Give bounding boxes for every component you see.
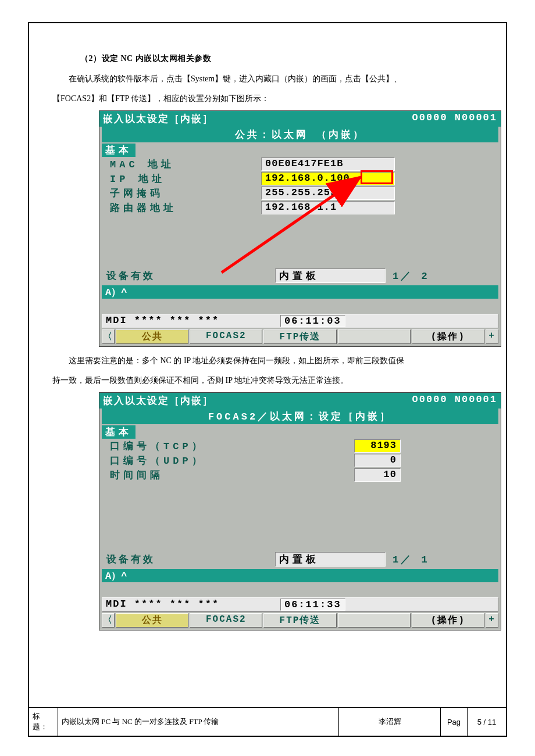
softkey-ftp[interactable]: FTP传送 [263,329,336,344]
interval-value: 10 [354,468,401,482]
tcp-value[interactable]: 8193 [354,439,401,453]
nc-screenshot-common: 嵌入以太设定［内嵌］ O0000 N00001 公共：以太网 （内嵌） 基本 M… [99,110,501,347]
tcp-label: 口编号（TCP） [110,439,354,453]
screen-title-bar: 嵌入以太设定［内嵌］ O0000 N00001 [99,111,501,127]
softkey-common[interactable]: 公共 [116,613,188,628]
udp-label: 口编号（UDP） [110,454,354,467]
screen-body: 基本 口编号（TCP） 8193 口编号（UDP） 0 时间间隔 10 设备有效… [99,424,501,569]
program-number: O0000 N00001 [412,394,497,407]
gap [102,583,498,596]
softkey-next[interactable]: + [486,613,498,628]
softkey-common[interactable]: 公共 [116,329,188,344]
input-line: A）^ [102,285,498,299]
softkey-prev[interactable]: 〈 [102,613,115,628]
mdi-mode: MDI **** *** *** [106,599,280,611]
softkey-operate[interactable]: (操作) [412,329,484,344]
softkey-row: 〈 公共 FOCAS2 FTP传送 (操作) + [102,329,498,344]
footer-title-label: 标题： [29,708,58,736]
router-value: 192.168.1.1 [261,201,395,214]
ip-label: IP 地址 [110,172,261,185]
softkey-next[interactable]: + [486,329,498,344]
router-label: 路由器地址 [110,201,261,214]
clock: 06:11:33 [280,599,345,611]
softkey-focas2[interactable]: FOCAS2 [190,329,262,344]
softkey-blank[interactable] [338,613,411,628]
softkey-focas2[interactable]: FOCAS2 [190,613,262,628]
paragraph: 持一致，最后一段数值则必须保证不相同，否则 IP 地址冲突将导致无法正常连接。 [52,372,483,389]
device-valid-value: 内置板 [275,268,386,283]
softkey-prev[interactable]: 〈 [102,329,115,344]
mdi-mode: MDI **** *** *** [106,315,280,327]
section-heading: （2）设定 NC 内嵌以太网相关参数 [80,53,483,64]
softkey-blank[interactable] [338,329,411,344]
udp-value: 0 [354,454,401,467]
program-number: O0000 N00001 [412,112,497,126]
device-valid-label: 设备有效 [106,269,275,282]
footer-page-number: 5 / 11 [468,708,506,736]
highlight-box [361,170,393,184]
clock: 06:11:03 [280,315,345,327]
subnet-label: 子网掩码 [110,187,261,200]
footer-pag-label: Pag [441,708,468,736]
device-status-row: 设备有效 内置板 1／ 2 [102,267,498,284]
mode-status-bar: MDI **** *** *** 06:11:33 [102,597,498,612]
device-status-row: 设备有效 内置板 1／ 1 [102,551,498,568]
mode-status-bar: MDI **** *** *** 06:11:03 [102,314,498,328]
mac-value: 00E0E417FE1B [261,157,395,171]
nc-screenshot-focas2: 嵌入以太设定［内嵌］ O0000 N00001 FOCAS2／以太网：设定［内嵌… [99,392,501,630]
paragraph: 这里需要注意的是：多个 NC 的 IP 地址必须要保持在同一频段，如上图所示，即… [52,353,483,369]
page-footer: 标题： 内嵌以太网 PC 与 NC 的一对多连接及 FTP 传输 李沼辉 Pag… [29,707,506,736]
paragraph: 【FOCAS2】和【FTP 传送】，相应的设置分别如下图所示： [52,91,483,107]
subnet-value: 255.255.255.0 [261,187,395,200]
screen-subtitle: FOCAS2／以太网：设定［内嵌］ [102,409,498,424]
interval-label: 时间间隔 [110,468,354,482]
softkey-operate[interactable]: (操作) [412,613,484,628]
mac-label: MAC 地址 [110,157,261,171]
softkey-row: 〈 公共 FOCAS2 FTP传送 (操作) + [102,613,498,628]
paragraph: 在确认系统的软件版本后，点击【System】键，进入内藏口（内嵌）的画面，点击【… [52,71,483,87]
screen-body: 基本 MAC 地址 00E0E417FE1B IP 地址 192.168.0.1… [99,142,501,285]
page-indicator: 1／ 1 [393,553,430,566]
screen-title-left: 嵌入以太设定［内嵌］ [103,112,412,126]
footer-title: 内嵌以太网 PC 与 NC 的一对多连接及 FTP 传输 [58,708,339,736]
device-valid-label: 设备有效 [106,553,275,566]
section-label: 基本 [102,425,135,439]
footer-author: 李沼辉 [339,708,441,736]
screen-title-bar: 嵌入以太设定［内嵌］ O0000 N00001 [99,393,501,409]
section-label: 基本 [102,144,135,157]
softkey-ftp[interactable]: FTP传送 [263,613,336,628]
screen-subtitle: 公共：以太网 （内嵌） [102,127,498,142]
input-line: A）^ [102,569,498,582]
screen-title-left: 嵌入以太设定［内嵌］ [103,394,412,407]
page-indicator: 1／ 2 [393,269,430,282]
gap [102,300,498,313]
device-valid-value: 内置板 [275,552,386,567]
document-page: （2）设定 NC 内嵌以太网相关参数 在确认系统的软件版本后，点击【System… [28,22,507,737]
